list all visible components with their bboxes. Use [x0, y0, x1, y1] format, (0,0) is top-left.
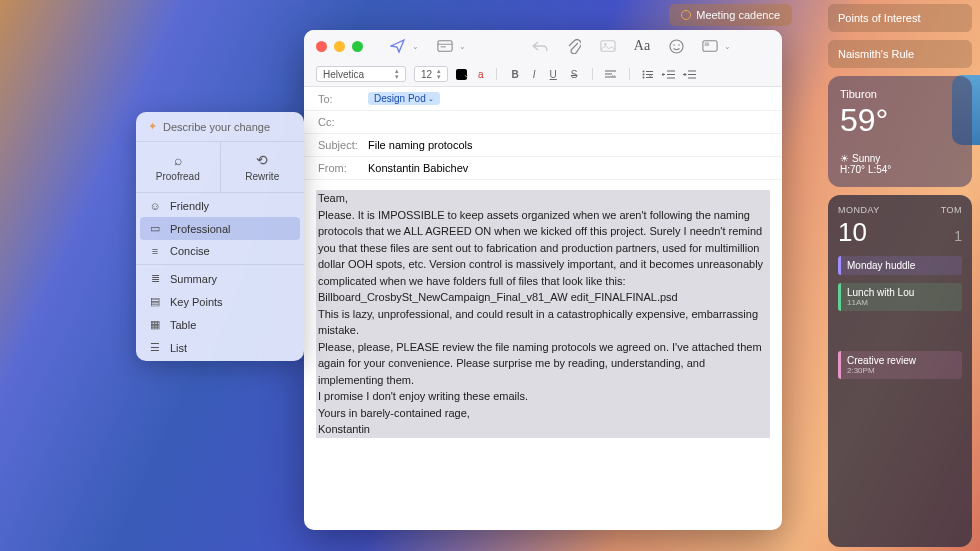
concise-icon: ≡	[148, 245, 162, 257]
svg-point-17	[643, 76, 645, 78]
header-dropdown[interactable]: ⌄	[459, 42, 466, 51]
event-title: Creative review	[847, 355, 956, 366]
keypoints-icon: ▤	[148, 295, 162, 308]
svg-point-7	[678, 44, 680, 46]
format-bar: Helvetica▴▾ 12▴▾ ⌄ a B I U S ⌄ ⌄	[304, 62, 782, 87]
summary-icon: ≣	[148, 272, 162, 285]
body-paragraph: I promise I don't enjoy writing these em…	[316, 388, 770, 405]
btn-label: Proofread	[156, 171, 200, 182]
calendar-widget[interactable]: MONDAY TOM 10 1 Monday huddle Lunch with…	[828, 195, 972, 547]
writing-tools-header[interactable]: ✦ Describe your change	[136, 112, 304, 141]
proofread-button[interactable]: ⌕ Proofread	[136, 142, 220, 192]
body-signature: Konstantin	[316, 421, 770, 438]
format-summary[interactable]: ≣Summary	[136, 267, 304, 290]
writing-tools-panel: ✦ Describe your change ⌕ Proofread ⟲ Rew…	[136, 112, 304, 361]
tone-professional[interactable]: ▭Professional	[140, 217, 300, 240]
magnify-icon: ⌕	[140, 152, 216, 168]
svg-rect-3	[601, 41, 615, 52]
send-icon[interactable]	[390, 38, 406, 54]
from-row[interactable]: From: Konstantin Babichev	[304, 157, 782, 180]
svg-point-13	[643, 70, 645, 72]
subject-label: Subject:	[318, 139, 368, 151]
meeting-cadence-tag[interactable]: Meeting cadence	[669, 4, 792, 26]
font-family-select[interactable]: Helvetica▴▾	[316, 66, 406, 82]
circle-icon	[681, 10, 691, 20]
sun-icon: ☀	[840, 153, 849, 164]
from-value: Konstantin Babichev	[368, 162, 468, 174]
weather-condition: Sunny	[852, 153, 880, 164]
body-paragraph: Please, please, PLEASE review the file n…	[316, 339, 770, 389]
bold-button[interactable]: B	[509, 69, 522, 80]
format-icon[interactable]: Aa	[634, 38, 650, 54]
align-dropdown[interactable]: ⌄	[610, 70, 617, 79]
text-bgcolor-icon[interactable]: a	[478, 69, 484, 80]
rewrite-button[interactable]: ⟲ Rewrite	[220, 142, 305, 192]
indent-icon[interactable]	[683, 70, 696, 79]
weather-location: Tiburon	[840, 88, 960, 100]
to-row[interactable]: To: Design Pod⌄	[304, 87, 782, 111]
subject-row[interactable]: Subject: File naming protocols	[304, 134, 782, 157]
media-browser-icon[interactable]	[702, 38, 718, 54]
strike-button[interactable]: S	[568, 69, 581, 80]
sidebar-item-poi[interactable]: Points of Interest	[828, 4, 972, 32]
titlebar: ⌄ ⌄ Aa ⌄	[304, 30, 782, 62]
format-keypoints[interactable]: ▤Key Points	[136, 290, 304, 313]
sidebar-item-naismith[interactable]: Naismith's Rule	[828, 40, 972, 68]
btn-label: Rewrite	[245, 171, 279, 182]
to-label: To:	[318, 93, 368, 105]
cal-day-label: MONDAY	[838, 205, 880, 215]
format-table[interactable]: ▦Table	[136, 313, 304, 336]
tone-concise[interactable]: ≡Concise	[136, 240, 304, 262]
tag-label: Meeting cadence	[696, 9, 780, 21]
body-signoff: Yours in barely-contained rage,	[316, 405, 770, 422]
body-greeting: Team,	[316, 190, 770, 207]
outdent-icon[interactable]	[662, 70, 675, 79]
list-dropdown[interactable]: ⌄	[647, 70, 654, 79]
recipient-token[interactable]: Design Pod⌄	[368, 92, 440, 105]
cc-label: Cc:	[318, 116, 368, 128]
cc-row[interactable]: Cc:	[304, 111, 782, 134]
body-paragraph: Please. It is IMPOSSIBLE to keep assets …	[316, 207, 770, 290]
smile-icon: ☺	[148, 200, 162, 212]
header-fields-icon[interactable]	[437, 38, 453, 54]
event-title: Monday huddle	[847, 260, 956, 271]
subject-value: File naming protocols	[368, 139, 473, 151]
event-title: Lunch with Lou	[847, 287, 956, 298]
body-paragraph: This is lazy, unprofessional, and could …	[316, 306, 770, 339]
close-button[interactable]	[316, 41, 327, 52]
cal-event[interactable]: Creative review 2:30PM	[838, 351, 962, 379]
svg-point-4	[604, 43, 606, 45]
weather-widget[interactable]: Tiburon 59° ☀Sunny H:70° L:54°	[828, 76, 972, 187]
compose-window: ⌄ ⌄ Aa ⌄ Helvetica▴▾ 12▴▾ ⌄ a B I U S ⌄	[304, 30, 782, 530]
photo-icon[interactable]	[600, 38, 616, 54]
svg-rect-0	[438, 41, 452, 52]
media-dropdown[interactable]: ⌄	[724, 42, 731, 51]
tone-friendly[interactable]: ☺Friendly	[136, 195, 304, 217]
format-list[interactable]: ☰List	[136, 336, 304, 359]
underline-button[interactable]: U	[547, 69, 560, 80]
body-paragraph: Billboard_CrosbySt_NewCampaign_Final_v81…	[316, 289, 770, 306]
minimize-button[interactable]	[334, 41, 345, 52]
sparkle-icon: ✦	[148, 120, 157, 133]
font-size-select[interactable]: 12▴▾	[414, 66, 448, 82]
event-time: 2:30PM	[847, 366, 956, 375]
weather-temp: 59°	[840, 102, 960, 139]
cal-event[interactable]: Lunch with Lou 11AM	[838, 283, 962, 311]
color-dropdown[interactable]: ⌄	[463, 70, 470, 79]
rewrite-icon: ⟲	[225, 152, 301, 168]
email-body[interactable]: Team, Please. It is IMPOSSIBLE to keep a…	[304, 180, 782, 530]
emoji-icon[interactable]	[668, 38, 684, 54]
event-time: 11AM	[847, 298, 956, 307]
svg-point-15	[643, 73, 645, 75]
briefcase-icon: ▭	[148, 222, 162, 235]
svg-rect-9	[705, 42, 709, 46]
reply-icon[interactable]	[532, 38, 548, 54]
svg-point-5	[670, 40, 683, 53]
cal-tom-label: TOM	[941, 205, 962, 215]
italic-button[interactable]: I	[530, 69, 539, 80]
cal-event[interactable]: Monday huddle	[838, 256, 962, 275]
maximize-button[interactable]	[352, 41, 363, 52]
table-icon: ▦	[148, 318, 162, 331]
attachment-icon[interactable]	[566, 38, 582, 54]
send-dropdown[interactable]: ⌄	[412, 42, 419, 51]
